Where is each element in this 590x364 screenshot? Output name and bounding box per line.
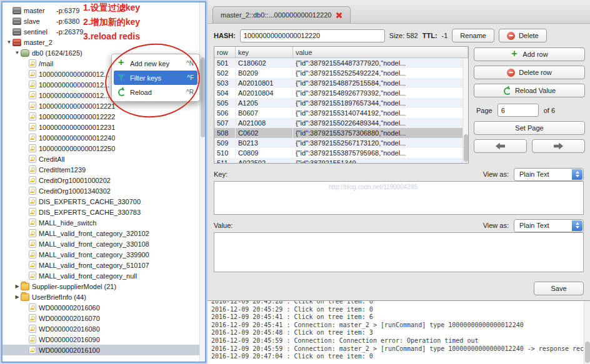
cell-field-value: {"id":387921553140744192,"nodel... — [293, 108, 468, 118]
tree-item-label: MALL_valid_front_category_320102 — [39, 230, 149, 237]
tree-item-label: 10000000000000012250 — [39, 145, 115, 152]
log-line: 2016-12-09 20:47:04 : Click on tree item… — [211, 353, 582, 361]
tree-item-label: WD0000002016070 — [39, 315, 100, 322]
cell-field-value: {"id":387921554487377920,"nodel... — [293, 58, 468, 68]
tree-item[interactable]: ▶ Supplier-supplierModel (21) — [2, 281, 205, 292]
table-row[interactable]: 505 A1205 {"id":387921551897657344,"node… — [214, 98, 468, 108]
tree-item[interactable]: MALL_valid_front_category_510107 — [2, 260, 205, 270]
tree-item[interactable]: MALL_hide_switch — [2, 217, 205, 228]
table-row[interactable]: 511 A022502 {"id":387921551349... — [214, 158, 468, 163]
rename-button[interactable]: Rename — [452, 29, 494, 42]
tree-item[interactable]: WD0000002016070 — [2, 313, 205, 323]
tree-expand-arrow[interactable]: ▼ — [6, 39, 12, 45]
key-editor-textarea[interactable] — [214, 182, 583, 214]
tree-item[interactable]: 10000000000000012221 — [2, 101, 205, 111]
prev-page-button[interactable] — [474, 139, 527, 153]
table-row[interactable]: 501 C180602 {"id":387921554487377920,"no… — [214, 58, 468, 68]
tree-item[interactable]: MALL_valid_front_category_null — [2, 270, 205, 281]
tree-item[interactable]: WD0000002016060 — [2, 302, 205, 313]
tree-scrollbar-thumb[interactable] — [201, 57, 205, 137]
tree-item[interactable]: CreditAll — [2, 154, 205, 164]
tab-key[interactable]: master_2::db0::...000000000012220 — [212, 6, 351, 23]
table-row[interactable]: 506 B0607 {"id":387921553140744192,"node… — [214, 108, 468, 118]
tree-item[interactable]: DIS_EXPERTS_CACHE_330783 — [2, 207, 205, 217]
tree-item[interactable]: DIS_EXPERTS_CACHE_330700 — [2, 196, 205, 207]
table-header[interactable]: row key value — [214, 47, 468, 58]
set-page-button[interactable]: Set Page — [474, 121, 585, 135]
tree-item[interactable]: 10000000000000012231 — [2, 122, 205, 132]
value-view-mode-select[interactable]: Plain Text — [514, 219, 584, 232]
context-menu-item[interactable]: Add new key ^N — [114, 56, 198, 71]
tree-item-icon — [29, 197, 36, 205]
tree-expand-arrow[interactable]: ▼ — [14, 50, 21, 56]
cell-row-number: 508 — [214, 128, 236, 138]
tree-item-label: sentinel — [24, 28, 52, 36]
tree-item-icon — [21, 283, 29, 290]
delete-button[interactable]: Delete — [499, 29, 547, 42]
next-page-button[interactable] — [532, 139, 585, 153]
tree-item[interactable]: ▶ UserBriefInfo (44) — [2, 292, 205, 302]
value-editor-textarea[interactable] — [214, 233, 583, 272]
table-row[interactable]: 504 A02010804 {"id":387921548926779392,"… — [214, 88, 468, 98]
tree-item[interactable]: MALL_valid_front_category_339900 — [2, 249, 205, 260]
tree-item[interactable]: WD0000002016100 — [2, 345, 205, 355]
menu-item-shortcut: ^R — [186, 89, 194, 96]
log-line: 2016-12-09 20:45:29 : Click on tree item… — [211, 306, 582, 314]
key-view-mode-select[interactable]: Plain Text — [514, 168, 584, 181]
tree-item[interactable]: MALL_valid_front_category_330108 — [2, 239, 205, 249]
table-body: 501 C180602 {"id":387921554487377920,"no… — [214, 58, 468, 163]
tree-item-label: MALL_valid_front_category_null — [39, 272, 137, 280]
tree-expand-arrow[interactable]: ▶ — [14, 294, 21, 300]
tree-item[interactable]: 10000000000000012250 — [2, 143, 205, 154]
tree-item-label: 10000000000000012... — [39, 71, 109, 78]
cell-row-number: 505 — [214, 98, 236, 108]
tree-item[interactable]: 10000000000000012222 — [2, 111, 205, 122]
minus-icon — [507, 32, 516, 40]
add-row-button[interactable]: Add row — [474, 47, 585, 61]
tree-item[interactable]: WD0000002016080 — [2, 323, 205, 334]
tree-item-label: 10000000000000012... — [39, 81, 109, 89]
column-header-key[interactable]: key — [236, 47, 293, 57]
column-header-row[interactable]: row — [214, 47, 236, 57]
context-menu-item[interactable]: Filter keys ^F — [114, 71, 198, 85]
tree-item[interactable]: CreditOrg10001340302 — [2, 185, 205, 196]
tree-item[interactable]: CreditItem1239 — [2, 164, 205, 175]
log-scrollbar-thumb[interactable] — [585, 342, 590, 363]
tree-item[interactable]: CreditOrg10001000202 — [2, 175, 205, 185]
table-scrollbar-thumb[interactable] — [464, 134, 468, 162]
key-view-as-label: View as: — [483, 170, 509, 178]
table-scrollbar[interactable] — [462, 58, 468, 163]
table-row[interactable]: 510 C0809 {"id":387921553875795968,"node… — [214, 148, 468, 158]
tree-expand-arrow[interactable]: ▶ — [14, 283, 21, 289]
combo-arrows-icon — [572, 169, 582, 180]
log-scrollbar[interactable] — [584, 301, 590, 364]
tree-item-label: 10000000000000012221 — [39, 102, 115, 110]
table-row[interactable]: 509 B0213 {"id":387921552567173120,"node… — [214, 138, 468, 148]
page-input[interactable] — [498, 104, 539, 117]
reload-icon — [503, 87, 512, 95]
cell-field-value: {"id":387921552525492224,"nodel... — [293, 68, 468, 78]
delete-row-button[interactable]: Delete row — [474, 66, 585, 79]
tree-item-icon — [21, 49, 29, 57]
tab-close-icon[interactable] — [336, 12, 342, 19]
tree-item-label: MALL_valid_front_category_510107 — [39, 262, 149, 269]
tree-item-icon — [29, 144, 36, 152]
save-button[interactable]: Save — [534, 282, 584, 295]
tree-item-label: MALL_valid_front_category_330108 — [39, 240, 149, 248]
table-row[interactable]: 502 B0209 {"id":387921552525492224,"node… — [214, 68, 468, 78]
table-row[interactable]: 508 C0602 {"id":387921553757306880,"node… — [214, 128, 468, 138]
hash-key-input[interactable] — [240, 29, 385, 42]
tree-item-icon — [29, 81, 36, 89]
table-row[interactable]: 503 A02010801 {"id":387921548872515584,"… — [214, 78, 468, 88]
table-row[interactable]: 507 A021008 {"id":387921550226489344,"no… — [214, 118, 468, 128]
tree-item[interactable]: 10000000000000012240 — [2, 132, 205, 143]
tree-scrollbar[interactable] — [199, 2, 205, 362]
column-header-value[interactable]: value — [293, 47, 468, 57]
right-arrow-icon — [554, 143, 563, 150]
reload-value-button[interactable]: Reload Value — [474, 84, 585, 97]
context-menu-item[interactable]: Reload ^R — [114, 85, 198, 99]
cell-row-number: 509 — [214, 138, 236, 148]
tree-item-port: -p:6380 — [56, 17, 79, 25]
tree-item[interactable]: MALL_valid_front_category_320102 — [2, 228, 205, 239]
tree-item[interactable]: WD0000002016090 — [2, 334, 205, 345]
